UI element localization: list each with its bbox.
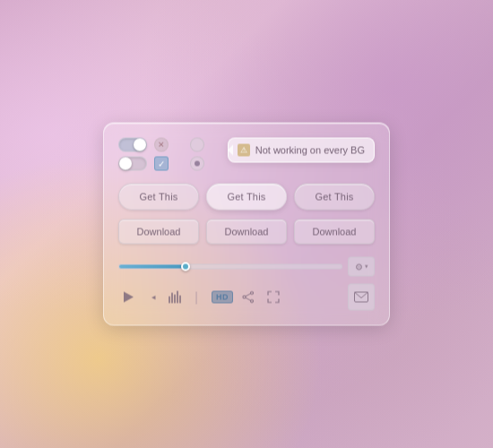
fullscreen-button[interactable] [264,288,283,307]
progress-track[interactable] [118,264,342,270]
tooltip-text: Not working on every BG [255,145,365,156]
toggle-off[interactable] [118,157,147,171]
progress-fill [119,265,186,269]
mail-icon [354,292,368,303]
waveform-icon [169,291,181,304]
rewind-button[interactable]: ◂ [143,288,163,307]
download-button-3[interactable]: Download [294,220,375,245]
get-this-button-1[interactable]: Get This [118,184,199,211]
svg-point-2 [243,296,246,298]
download-button-2[interactable]: Download [206,220,287,245]
download-button-1[interactable]: Download [118,220,199,245]
checkbox-checked[interactable]: ✓ [154,157,169,171]
controls-grid: ✕ ✓ [118,138,219,171]
mail-button[interactable] [348,284,375,311]
svg-line-4 [246,297,251,300]
progress-knob[interactable] [181,263,190,271]
play-button[interactable] [118,288,138,307]
share-icon [242,291,255,304]
get-this-button-2[interactable]: Get This [206,184,287,211]
fullscreen-icon [267,291,280,304]
toggle-knob [134,139,146,151]
settings-button[interactable]: ⚙ ▾ [348,257,375,277]
radio-selected[interactable] [190,157,204,171]
get-this-button-3[interactable]: Get This [294,184,375,211]
download-row: Download Download Download [118,220,375,245]
controls-row: ✕ ✓ ⚠ Not working on every BG [118,138,375,171]
hd-badge: HD [212,291,233,304]
share-button[interactable] [238,288,258,307]
ui-panel: ✕ ✓ ⚠ Not working on every BG Get This G… [103,123,390,326]
radio-unselected[interactable] [190,138,204,152]
separator: | [186,288,206,307]
gear-icon: ⚙ [355,262,363,271]
progress-row: ⚙ ▾ [118,257,375,277]
rewind-icon: ◂ [151,293,156,302]
media-controls: ◂ | HD [118,288,342,307]
svg-point-1 [251,300,254,303]
close-icon[interactable]: ✕ [154,138,169,152]
warning-icon: ⚠ [238,144,250,157]
play-icon [124,292,134,303]
tooltip-bubble: ⚠ Not working on every BG [228,138,375,163]
get-this-row: Get This Get This Get This [118,184,375,211]
chevron-down-icon: ▾ [365,263,368,271]
toggle-on[interactable] [118,138,147,152]
toggle-knob-2 [119,158,132,170]
media-row: ◂ | HD [118,284,375,311]
svg-point-0 [251,292,254,295]
svg-line-3 [246,294,251,297]
